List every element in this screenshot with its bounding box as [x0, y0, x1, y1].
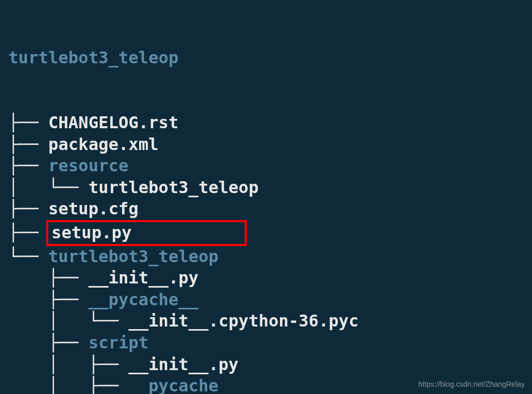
- tree-file: __init__.cpython-36.pyc: [128, 311, 358, 331]
- tree-dir: __pycache__: [88, 290, 198, 309]
- tree-view: turtlebot3_teleop ├── CHANGELOG.rst├── p…: [8, 4, 524, 394]
- highlighted-file-red: setup.py: [46, 220, 247, 246]
- tree-row: ├── package.xml: [8, 134, 524, 156]
- tree-row: ├── __init__.py: [8, 267, 524, 289]
- tree-branch: │ └──: [8, 311, 128, 331]
- tree-branch: ├──: [8, 290, 88, 309]
- tree-row: ├── setup.py: [8, 220, 524, 246]
- tree-branch: │ ├──: [8, 376, 128, 394]
- tree-branch: ├──: [8, 156, 48, 175]
- tree-root: turtlebot3_teleop: [8, 47, 524, 69]
- tree-branch: ├──: [8, 199, 48, 219]
- tree-node-name: setup.py: [51, 223, 131, 242]
- tree-branch: ├──: [8, 268, 88, 288]
- tree-branch: └──: [8, 247, 48, 266]
- tree-file: __init__.py: [88, 268, 198, 288]
- tree-row: ├── setup.cfg: [8, 198, 524, 220]
- tree-row: │ ├── __init__.py: [8, 354, 524, 376]
- tree-branch: │ ├──: [8, 355, 128, 374]
- tree-row: └── turtlebot3_teleop: [8, 246, 524, 268]
- tree-body: ├── CHANGELOG.rst├── package.xml├── reso…: [8, 112, 524, 394]
- tree-row: ├── CHANGELOG.rst: [8, 112, 524, 134]
- tree-file: __init__.py: [128, 355, 238, 374]
- tree-branch: ├──: [8, 333, 88, 352]
- tree-file: setup.cfg: [48, 199, 138, 219]
- tree-file: CHANGELOG.rst: [48, 113, 178, 132]
- tree-row: │ └── turtlebot3_teleop: [8, 177, 524, 199]
- tree-dir: __pycache__: [128, 376, 238, 394]
- tree-row: ├── script: [8, 332, 524, 354]
- tree-row: ├── resource: [8, 155, 524, 177]
- highlight-padding: [131, 223, 242, 242]
- tree-file: package.xml: [48, 134, 158, 154]
- tree-row: ├── __pycache__: [8, 289, 524, 311]
- tree-branch: ├──: [8, 113, 48, 132]
- tree-branch: ├──: [8, 223, 48, 242]
- tree-dir: script: [88, 333, 149, 352]
- tree-dir: turtlebot3_teleop: [48, 247, 219, 266]
- tree-branch: │ └──: [8, 178, 88, 197]
- tree-file: turtlebot3_teleop: [88, 178, 259, 197]
- tree-dir: resource: [48, 156, 128, 175]
- watermark-text: https://blog.csdn.net/ZhangRelay: [418, 379, 525, 389]
- tree-branch: ├──: [8, 134, 48, 154]
- tree-row: │ └── __init__.cpython-36.pyc: [8, 310, 524, 332]
